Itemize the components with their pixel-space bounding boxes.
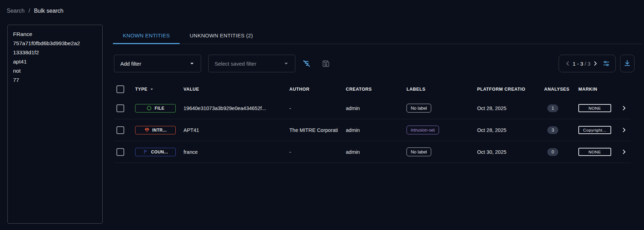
platform-creation-date: Oct 28, 2025 <box>476 105 543 111</box>
label-chip: No label <box>407 104 431 113</box>
breadcrumb-page: Bulk search <box>34 8 64 14</box>
pagination: 1 - 3 / 3 <box>559 55 616 72</box>
type-chip-file: FILE <box>135 104 176 113</box>
chevron-left-icon[interactable] <box>564 60 571 67</box>
label-chip: No label <box>407 147 431 156</box>
type-chip-country: COUN... <box>135 148 176 156</box>
breadcrumb: Search / Bulk search <box>7 8 64 14</box>
marking-chip: Copyright... <box>578 126 611 134</box>
breadcrumb-section[interactable]: Search <box>7 8 25 14</box>
header-creators[interactable]: CREATORS <box>346 87 406 92</box>
author-cell: - <box>289 149 346 155</box>
select-all-checkbox[interactable] <box>116 85 124 93</box>
row-checkbox[interactable] <box>116 126 124 134</box>
filter-off-icon <box>302 59 311 68</box>
value-cell: APT41 <box>183 127 289 133</box>
chevron-down-icon <box>282 60 290 67</box>
analyses-count-badge: 1 <box>547 104 558 112</box>
row-checkbox[interactable] <box>116 104 124 112</box>
chevron-right-icon[interactable] <box>621 105 627 111</box>
label-chip: intrusion-set <box>407 126 439 134</box>
marking-chip: NONE <box>578 148 611 156</box>
header-analyses[interactable]: ANALYSES <box>543 87 577 92</box>
column-settings-icon[interactable] <box>602 60 610 67</box>
download-icon <box>623 59 631 68</box>
chevron-down-icon <box>188 60 196 67</box>
chevron-right-icon[interactable] <box>592 60 599 67</box>
type-chip-label: COUN... <box>151 150 168 155</box>
sort-descending-icon <box>149 86 155 92</box>
type-chip-label: FILE <box>155 106 164 111</box>
entities-table: TYPE VALUE AUTHOR CREATORS LABELS PLATFO… <box>114 81 631 163</box>
header-labels[interactable]: LABELS <box>406 87 476 92</box>
author-cell: The MITRE Corporati <box>289 127 346 133</box>
table-header: TYPE VALUE AUTHOR CREATORS LABELS PLATFO… <box>114 81 631 97</box>
pagination-total: / 3 <box>585 61 591 67</box>
analyses-count-badge: 0 <box>547 148 558 156</box>
analyses-count-badge: 3 <box>547 126 558 134</box>
chevron-right-icon[interactable] <box>621 127 627 133</box>
add-filter-label: Add filter <box>120 61 141 67</box>
export-download-button[interactable] <box>620 55 634 72</box>
row-checkbox[interactable] <box>116 148 124 156</box>
type-chip-intrusion-set: INTR... <box>135 126 176 134</box>
save-filter-button[interactable] <box>319 56 333 71</box>
chevron-right-icon[interactable] <box>621 149 627 155</box>
header-marking[interactable]: MARKIN <box>577 87 617 92</box>
platform-creation-date: Oct 30, 2025 <box>476 149 543 155</box>
diamond-icon <box>144 127 150 133</box>
clear-filters-button[interactable] <box>300 56 314 71</box>
table-row[interactable]: INTR... APT41 The MITRE Corporati admin … <box>114 119 631 141</box>
save-icon <box>321 59 331 68</box>
tab-unknown-entities[interactable]: UNKNOWN ENTITIES (2) <box>180 27 263 44</box>
creators-cell: admin <box>346 149 406 155</box>
value-cell: 19640e31073a3b929e0ea434652f... <box>183 105 289 111</box>
flag-icon <box>143 149 148 155</box>
table-row[interactable]: FILE 19640e31073a3b929e0ea434652f... - a… <box>114 97 631 119</box>
author-cell: - <box>289 105 346 111</box>
pagination-range: 1 - 3 <box>573 61 583 67</box>
header-author[interactable]: AUTHOR <box>289 87 346 92</box>
tab-known-entities[interactable]: KNOWN ENTITIES <box>113 27 180 44</box>
type-chip-label: INTR... <box>152 128 167 133</box>
header-type[interactable]: TYPE <box>135 86 183 92</box>
add-filter-select[interactable]: Add filter <box>114 55 201 72</box>
entities-tabs: KNOWN ENTITIES UNKNOWN ENTITIES (2) <box>113 27 642 44</box>
bulk-search-textarea[interactable]: FRance 757a71f0fbd6b3d993be2a2 13338d1f2… <box>7 25 103 224</box>
filter-bar: Add filter Select saved filter <box>114 55 333 72</box>
marking-chip: NONE <box>578 104 611 112</box>
platform-creation-date: Oct 28, 2025 <box>476 127 543 133</box>
breadcrumb-separator: / <box>29 8 30 14</box>
table-row[interactable]: COUN... france - admin No label Oct 30, … <box>114 141 631 163</box>
hexagon-icon <box>146 105 152 111</box>
value-cell: france <box>183 149 289 155</box>
creators-cell: admin <box>346 127 406 133</box>
header-platform-creation[interactable]: PLATFORM CREATIO <box>476 87 543 92</box>
saved-filter-select[interactable]: Select saved filter <box>208 55 295 72</box>
header-value[interactable]: VALUE <box>183 87 289 92</box>
creators-cell: admin <box>346 105 406 111</box>
saved-filter-placeholder: Select saved filter <box>215 61 256 67</box>
